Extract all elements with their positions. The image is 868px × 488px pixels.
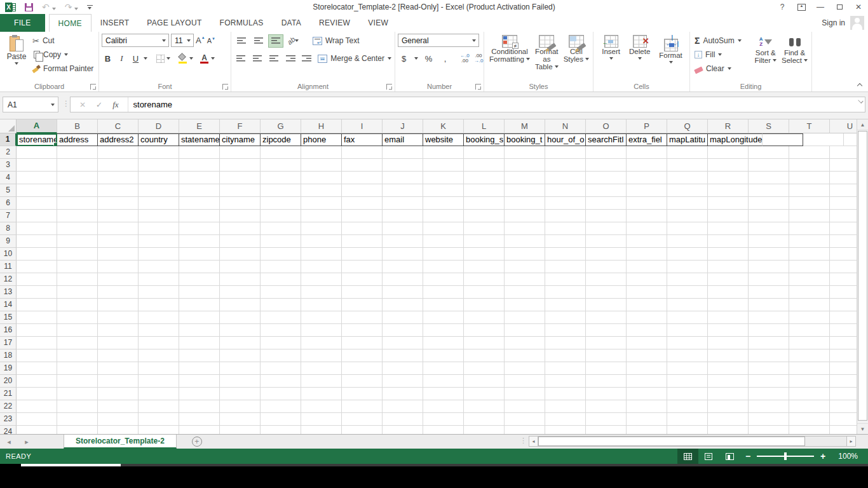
cell-A22[interactable] (17, 400, 57, 413)
cell-H19[interactable] (301, 362, 342, 375)
cell-F24[interactable] (220, 426, 261, 434)
cell-Q7[interactable] (667, 210, 708, 222)
cell-Q1[interactable]: mapLatitu (667, 133, 708, 146)
cell-G5[interactable] (261, 184, 301, 197)
cell-L20[interactable] (464, 375, 505, 388)
number-format-combo[interactable]: General (398, 34, 479, 47)
cell-E11[interactable] (179, 261, 220, 273)
align-right-button[interactable] (267, 52, 281, 65)
format-dropdown-icon[interactable] (669, 61, 673, 64)
cell-Q8[interactable] (667, 222, 708, 235)
cell-F12[interactable] (220, 273, 261, 286)
cell-A15[interactable] (17, 311, 57, 324)
cell-D4[interactable] (139, 172, 179, 184)
cell-S8[interactable] (749, 222, 789, 235)
cell-M22[interactable] (505, 400, 545, 413)
row-header-5[interactable]: 5 (0, 184, 17, 197)
cell-E17[interactable] (179, 337, 220, 349)
cell-N2[interactable] (545, 146, 586, 159)
cell-N13[interactable] (545, 286, 586, 299)
formula-bar[interactable]: ✕ ✓ fx storename (70, 97, 865, 112)
cell-R21[interactable] (708, 388, 749, 400)
format-painter-button[interactable]: Format Painter (31, 62, 95, 76)
cell-F22[interactable] (220, 400, 261, 413)
cell-G18[interactable] (261, 349, 301, 362)
cell-A4[interactable] (17, 172, 57, 184)
cell-H17[interactable] (301, 337, 342, 349)
cell-F23[interactable] (220, 413, 261, 426)
row-header-10[interactable]: 10 (0, 248, 17, 261)
cell-S15[interactable] (749, 311, 789, 324)
tab-page-layout[interactable]: PAGE LAYOUT (138, 14, 210, 32)
cell-O20[interactable] (586, 375, 627, 388)
cell-H16[interactable] (301, 324, 342, 337)
cell-T18[interactable] (789, 349, 830, 362)
font-name-dropdown-icon[interactable] (162, 39, 166, 42)
cell-A21[interactable] (17, 388, 57, 400)
row-header-23[interactable]: 23 (0, 413, 17, 426)
cell-T10[interactable] (789, 248, 830, 261)
cell-O11[interactable] (586, 261, 627, 273)
minimize-icon[interactable]: — (811, 0, 830, 14)
cell-J20[interactable] (383, 375, 423, 388)
cell-P16[interactable] (627, 324, 667, 337)
cell-K16[interactable] (423, 324, 464, 337)
previous-sheet-icon[interactable]: ◂ (0, 435, 18, 449)
cell-E12[interactable] (179, 273, 220, 286)
cell-H12[interactable] (301, 273, 342, 286)
cell-L21[interactable] (464, 388, 505, 400)
cell-L18[interactable] (464, 349, 505, 362)
merge-center-dropdown-icon[interactable] (388, 57, 391, 60)
cell-P24[interactable] (627, 426, 667, 434)
cancel-icon[interactable]: ✕ (79, 100, 86, 109)
customize-qat-icon[interactable] (87, 5, 93, 10)
cell-D19[interactable] (139, 362, 179, 375)
cell-P13[interactable] (627, 286, 667, 299)
cell-K17[interactable] (423, 337, 464, 349)
autosum-dropdown-icon[interactable] (738, 39, 742, 42)
cell-A17[interactable] (17, 337, 57, 349)
cell-L1[interactable]: booking_s (464, 133, 505, 146)
cell-Q21[interactable] (667, 388, 708, 400)
cell-K5[interactable] (423, 184, 464, 197)
cell-J17[interactable] (383, 337, 423, 349)
cell-O12[interactable] (586, 273, 627, 286)
excel-app-icon[interactable]: X (5, 3, 16, 12)
cell-L6[interactable] (464, 197, 505, 210)
cell-T19[interactable] (789, 362, 830, 375)
cell-R8[interactable] (708, 222, 749, 235)
cell-U24[interactable] (830, 426, 857, 434)
cell-I8[interactable] (342, 222, 383, 235)
cell-O4[interactable] (586, 172, 627, 184)
redo-icon[interactable]: ↷ (65, 3, 79, 11)
cell-D21[interactable] (139, 388, 179, 400)
cell-B15[interactable] (57, 311, 98, 324)
cell-G7[interactable] (261, 210, 301, 222)
cell-E9[interactable] (179, 235, 220, 248)
close-icon[interactable]: ✕ (849, 0, 868, 14)
cell-P4[interactable] (627, 172, 667, 184)
cell-N17[interactable] (545, 337, 586, 349)
font-dialog-launcher-icon[interactable] (222, 84, 228, 90)
cell-E10[interactable] (179, 248, 220, 261)
cell-E20[interactable] (179, 375, 220, 388)
cell-I11[interactable] (342, 261, 383, 273)
cell-U18[interactable] (830, 349, 857, 362)
cell-O9[interactable] (586, 235, 627, 248)
zoom-slider-thumb[interactable] (784, 452, 787, 460)
comma-style-button[interactable]: , (439, 52, 451, 65)
collapse-ribbon-icon[interactable] (857, 83, 862, 88)
cell-H13[interactable] (301, 286, 342, 299)
row-header-6[interactable]: 6 (0, 197, 17, 210)
cell-T12[interactable] (789, 273, 830, 286)
cell-N24[interactable] (545, 426, 586, 434)
cell-E15[interactable] (179, 311, 220, 324)
cell-P3[interactable] (627, 159, 667, 172)
cell-F7[interactable] (220, 210, 261, 222)
cell-N8[interactable] (545, 222, 586, 235)
cell-T15[interactable] (789, 311, 830, 324)
column-header-Q[interactable]: Q (667, 119, 708, 133)
cell-M13[interactable] (505, 286, 545, 299)
cell-A5[interactable] (17, 184, 57, 197)
cell-O8[interactable] (586, 222, 627, 235)
